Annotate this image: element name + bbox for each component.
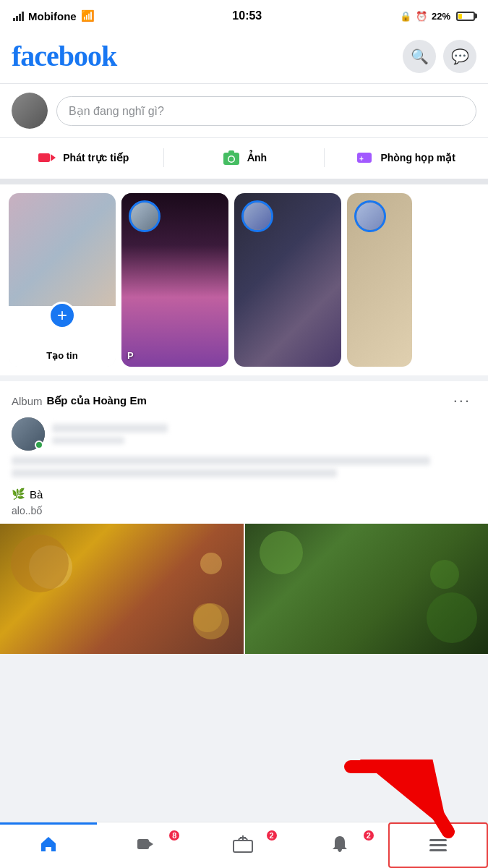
search-icon: 🔍 <box>411 48 429 65</box>
story-label-2: P <box>121 344 228 367</box>
nav-friends[interactable]: 2 <box>194 822 291 868</box>
menu-line-2 <box>429 844 447 846</box>
svg-rect-8 <box>137 839 149 849</box>
svg-rect-0 <box>38 153 50 162</box>
video-badge: 8 <box>168 829 181 842</box>
post-image-2[interactable] <box>245 524 489 654</box>
svg-point-4 <box>228 157 234 162</box>
nav-home[interactable] <box>0 822 97 868</box>
post-section: Album Bếp của Hoàng Em ··· 🌿 Bà alo..bố <box>0 381 488 654</box>
post-author-avatar <box>12 417 45 451</box>
carrier-name: Mobifone <box>28 10 77 22</box>
bell-icon <box>331 835 348 858</box>
stories-section: + Tạo tin P <box>0 184 488 375</box>
hamburger-icon <box>428 838 448 853</box>
room-icon: + <box>354 150 374 166</box>
lock-icon: 🔒 <box>400 11 411 22</box>
friends-icon <box>233 835 253 858</box>
messenger-button[interactable]: 💬 <box>443 40 476 73</box>
post-image-1[interactable] <box>0 524 244 654</box>
svg-text:+: + <box>359 155 364 163</box>
room-button[interactable]: + Phòng họp mặt <box>325 144 485 171</box>
wifi-icon: 📶 <box>81 9 95 22</box>
carrier-signal: Mobifone 📶 <box>13 9 95 22</box>
user-avatar <box>12 93 48 129</box>
post-images <box>0 524 488 654</box>
post-emoji-line: 🌿 Bà <box>0 485 488 503</box>
post-author-row <box>0 417 488 456</box>
svg-rect-10 <box>234 841 252 852</box>
stories-scroll: + Tạo tin P <box>0 184 488 375</box>
live-button[interactable]: Phát trực tiếp <box>3 144 163 171</box>
create-story-card[interactable]: + Tạo tin <box>9 193 116 367</box>
menu-line-3 <box>429 849 447 851</box>
story-card-3[interactable] <box>234 193 341 367</box>
post-input[interactable]: Bạn đang nghĩ gì? <box>56 96 476 126</box>
svg-rect-5 <box>228 150 234 154</box>
post-album-header: Album Bếp của Hoàng Em <box>12 394 147 407</box>
album-label: Album <box>12 395 43 407</box>
messenger-icon: 💬 <box>451 48 469 65</box>
author-name-blurred <box>52 424 168 433</box>
app-header: facebook 🔍 💬 <box>0 32 488 84</box>
story-avatar-2 <box>129 200 160 232</box>
menu-line-1 <box>429 839 447 841</box>
post-text-line2-blurred <box>12 469 337 477</box>
food-image-1 <box>0 524 244 654</box>
battery-percentage: 22% <box>432 11 450 22</box>
alarm-icon: ⏰ <box>416 11 427 22</box>
story-create-bg <box>9 193 116 306</box>
notifications-badge: 2 <box>362 829 375 842</box>
svg-marker-9 <box>149 841 153 847</box>
post-header: Album Bếp của Hoàng Em ··· <box>0 381 488 417</box>
friends-badge: 2 <box>265 829 278 842</box>
facebook-logo: facebook <box>12 39 116 73</box>
avatar-image <box>12 93 48 129</box>
header-icons: 🔍 💬 <box>403 40 476 73</box>
photo-label: Ảnh <box>247 152 267 163</box>
post-text-alo: alo..bố <box>0 503 488 524</box>
signal-icon <box>13 12 24 21</box>
photo-icon <box>221 150 241 166</box>
post-more-button[interactable]: ··· <box>448 391 476 410</box>
video-icon <box>136 835 155 858</box>
live-label: Phát trực tiếp <box>63 152 129 163</box>
create-story-label: Tạo tin <box>9 344 116 367</box>
status-time: 10:53 <box>232 9 262 22</box>
nav-notifications[interactable]: 2 <box>291 822 388 868</box>
status-indicators: 🔒 ⏰ 22% <box>400 11 475 22</box>
post-text-content <box>0 456 488 485</box>
post-action-buttons: Phát trực tiếp Ảnh + Phòng họp mặt <box>0 138 488 184</box>
room-label: Phòng họp mặt <box>380 152 455 163</box>
battery-icon <box>456 12 475 21</box>
story-card-4[interactable] <box>347 193 412 367</box>
live-icon <box>37 150 57 166</box>
nav-menu[interactable] <box>388 822 488 868</box>
story-avatar-4 <box>354 200 386 232</box>
online-indicator <box>35 441 43 449</box>
photo-button[interactable]: Ảnh <box>164 144 325 171</box>
food-image-2 <box>245 524 489 654</box>
status-bar: Mobifone 📶 10:53 🔒 ⏰ 22% <box>0 0 488 32</box>
post-input-section: Bạn đang nghĩ gì? <box>0 84 488 138</box>
story-card-2[interactable]: P <box>121 193 228 367</box>
post-text-ba: Bà <box>30 488 43 501</box>
home-icon <box>39 835 58 858</box>
album-name: Bếp của Hoàng Em <box>47 394 147 407</box>
story-avatar-3 <box>241 200 273 232</box>
bottom-nav: 8 2 2 <box>0 822 488 868</box>
post-text-line1-blurred <box>12 456 430 465</box>
post-time-blurred <box>52 437 124 444</box>
post-author-info <box>52 424 168 444</box>
svg-marker-1 <box>51 154 56 161</box>
nav-video[interactable]: 8 <box>97 822 194 868</box>
search-button[interactable]: 🔍 <box>403 40 436 73</box>
story-add-button[interactable]: + <box>48 302 76 329</box>
leaf-emoji: 🌿 <box>12 488 25 501</box>
